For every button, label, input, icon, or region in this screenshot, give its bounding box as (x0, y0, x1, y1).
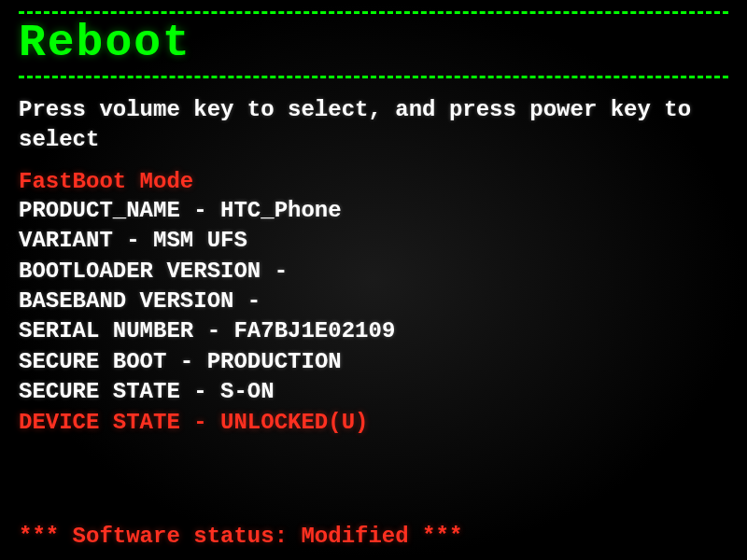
info-device-state: DEVICE STATE - UNLOCKED(U) (19, 408, 728, 438)
info-label: SERIAL NUMBER (19, 318, 193, 343)
divider-under-title (19, 76, 728, 78)
info-label: VARIANT (19, 228, 113, 253)
info-value: UNLOCKED(U) (220, 410, 368, 435)
info-secure-boot: SECURE BOOT - PRODUCTION (19, 347, 728, 377)
info-value: FA7BJ1E02109 (233, 318, 395, 343)
mode-label: FastBoot Mode (19, 169, 728, 194)
info-value: S-ON (220, 379, 275, 404)
info-value: HTC_Phone (220, 198, 342, 223)
selected-option-title[interactable]: Reboot (19, 16, 728, 74)
info-baseband-version: BASEBAND VERSION - (19, 287, 728, 316)
info-label: BASEBAND VERSION (19, 288, 233, 314)
instruction-text: Press volume key to select, and press po… (19, 95, 728, 156)
info-secure-state: SECURE STATE - S-ON (19, 377, 728, 407)
info-label: BOOTLOADER VERSION (19, 259, 261, 284)
info-label: PRODUCT_NAME (19, 198, 180, 223)
divider-top (19, 11, 728, 14)
info-serial-number: SERIAL NUMBER - FA7BJ1E02109 (19, 316, 728, 346)
software-status: *** Software status: Modified *** (19, 524, 462, 549)
info-label: SECURE STATE (19, 379, 180, 404)
info-label: SECURE BOOT (19, 349, 166, 374)
info-value: PRODUCTION (207, 349, 342, 374)
bootloader-screen: Reboot Press volume key to select, and p… (0, 0, 747, 560)
info-product-name: PRODUCT_NAME - HTC_Phone (19, 196, 728, 226)
info-bootloader-version: BOOTLOADER VERSION - (19, 257, 728, 287)
info-value: MSM UFS (153, 228, 247, 253)
info-label: DEVICE STATE (19, 410, 180, 435)
info-variant: VARIANT - MSM UFS (19, 226, 728, 256)
